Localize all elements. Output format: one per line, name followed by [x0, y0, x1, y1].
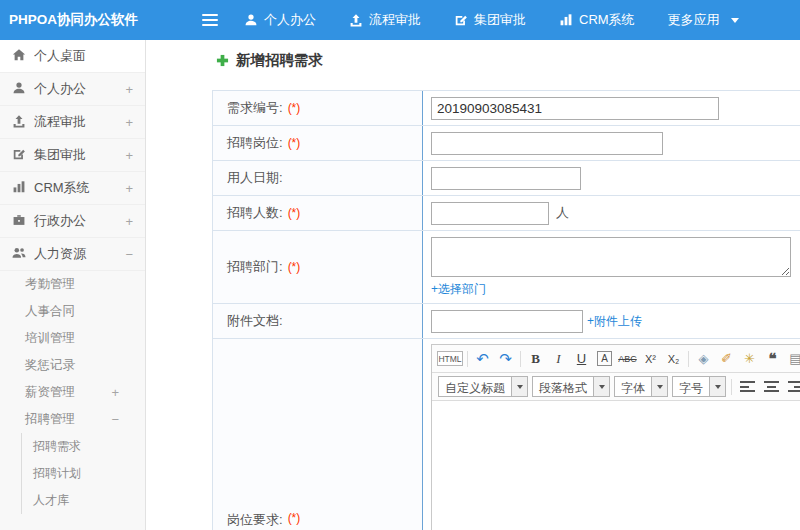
position-input[interactable]: [431, 132, 663, 155]
required-mark: (*): [288, 511, 301, 525]
field-label: 招聘岗位:: [227, 134, 283, 152]
collapse-minus-icon[interactable]: −: [125, 247, 133, 262]
form-row-date: 用人日期:: [213, 161, 800, 196]
edit-icon: [454, 13, 468, 27]
person-icon: [244, 13, 258, 27]
form-row-requirement: 岗位要求: (*) HTML ↶ ↷ B I U A ABC X² X₂: [213, 339, 800, 530]
sidebar-item-process-approval[interactable]: 流程审批 +: [0, 106, 145, 139]
editor-toolbar-row2: 自定义标题 段落格式 字体 字号: [432, 373, 800, 401]
page-title: 新增招聘需求: [216, 51, 323, 70]
count-unit-label: 人: [556, 204, 569, 222]
italic-button[interactable]: I: [548, 348, 569, 369]
req-no-input[interactable]: [431, 97, 719, 120]
sidebar-subitem-recruit-demand[interactable]: 招聘需求: [22, 433, 145, 460]
sidebar: 个人桌面 个人办公 + 流程审批 + 集团审批 + CRM系统 + 行政办公: [0, 40, 146, 530]
nav-group-approval[interactable]: 集团审批: [454, 11, 526, 29]
blockquote-icon[interactable]: ❝: [762, 348, 783, 369]
sidebar-subitem-salary[interactable]: 薪资管理 +: [0, 379, 145, 406]
collapse-minus-icon[interactable]: −: [111, 412, 119, 427]
upload-flow-icon: [12, 114, 26, 131]
department-textarea[interactable]: [431, 237, 791, 277]
subscript-button[interactable]: X₂: [663, 348, 684, 369]
date-input[interactable]: [431, 167, 581, 190]
sidebar-item-personal-desktop[interactable]: 个人桌面: [0, 40, 145, 73]
form-row-count: 招聘人数: (*) 人: [213, 196, 800, 231]
edit-icon: [12, 147, 26, 164]
sidebar-item-group-approval[interactable]: 集团审批 +: [0, 139, 145, 172]
font-name-button[interactable]: A: [594, 348, 615, 369]
top-navigation: 个人办公 流程审批 集团审批 CRM系统 更多应用: [244, 11, 739, 29]
redo-button[interactable]: ↷: [495, 348, 516, 369]
format-brush-icon[interactable]: ✐: [716, 348, 737, 369]
home-icon: [12, 48, 26, 65]
field-label: 需求编号:: [227, 99, 283, 117]
nav-personal-office[interactable]: 个人办公: [244, 11, 316, 29]
expand-plus-icon[interactable]: +: [125, 82, 133, 97]
sidebar-item-personal-office[interactable]: 个人办公 +: [0, 73, 145, 106]
nav-crm-system[interactable]: CRM系统: [559, 11, 635, 29]
align-center-icon[interactable]: [764, 381, 779, 392]
field-label: 招聘人数:: [227, 204, 283, 222]
field-label: 招聘部门:: [227, 258, 283, 276]
required-mark: (*): [288, 101, 301, 115]
editor-toolbar-row1: HTML ↶ ↷ B I U A ABC X² X₂ ◈ ✐ ✳ ❝: [432, 345, 800, 373]
upload-attachment-link[interactable]: +附件上传: [587, 313, 642, 330]
sidebar-subitem-recruit-plan[interactable]: 招聘计划: [22, 460, 145, 487]
field-label: 岗位要求:: [227, 511, 283, 529]
menu-toggle-icon[interactable]: [202, 14, 218, 26]
paste-icon[interactable]: ▤: [785, 348, 800, 369]
recruitment-submenu: 招聘需求 招聘计划 人才库: [21, 433, 145, 514]
bar-chart-icon: [559, 13, 573, 27]
sidebar-subitem-hr-contract[interactable]: 人事合同: [0, 298, 145, 325]
new-recruit-demand-form: 需求编号: (*) 招聘岗位: (*) 用人日期: 招聘人数: (*) 人: [212, 90, 800, 530]
sidebar-subitem-training[interactable]: 培训管理: [0, 325, 145, 352]
sidebar-subitem-attendance[interactable]: 考勤管理: [0, 271, 145, 298]
form-row-department: 招聘部门: (*) +选择部门: [213, 231, 800, 304]
expand-plus-icon[interactable]: +: [125, 214, 133, 229]
required-mark: (*): [288, 206, 301, 220]
paragraph-format-select[interactable]: 段落格式: [532, 376, 610, 397]
strikethrough-button[interactable]: ABC: [617, 348, 638, 369]
expand-plus-icon[interactable]: +: [125, 115, 133, 130]
sidebar-item-admin-office[interactable]: 行政办公 +: [0, 205, 145, 238]
briefcase-icon: [12, 213, 26, 230]
align-right-icon[interactable]: [788, 381, 800, 392]
custom-title-select[interactable]: 自定义标题: [438, 376, 528, 397]
count-input[interactable]: [431, 202, 549, 225]
nav-label: CRM系统: [579, 11, 635, 29]
nav-label: 流程审批: [369, 11, 421, 29]
form-row-attachment: 附件文档: +附件上传: [213, 304, 800, 339]
nav-label: 更多应用: [668, 11, 720, 29]
underline-button[interactable]: U: [571, 348, 592, 369]
attachment-input[interactable]: [431, 310, 583, 333]
expand-plus-icon[interactable]: +: [125, 181, 133, 196]
nav-label: 个人办公: [264, 11, 316, 29]
superscript-button[interactable]: X²: [640, 348, 661, 369]
bar-chart-icon: [12, 180, 26, 197]
font-family-select[interactable]: 字体: [614, 376, 668, 397]
expand-plus-icon[interactable]: +: [111, 385, 119, 400]
nav-more-apps[interactable]: 更多应用: [668, 11, 720, 29]
chevron-down-icon[interactable]: [731, 18, 739, 23]
sidebar-subitem-talent-pool[interactable]: 人才库: [22, 487, 145, 514]
bold-button[interactable]: B: [525, 348, 546, 369]
expand-plus-icon[interactable]: +: [125, 148, 133, 163]
field-label: 用人日期:: [227, 169, 283, 187]
form-row-position: 招聘岗位: (*): [213, 126, 800, 161]
person-icon: [12, 81, 26, 98]
clear-format-icon[interactable]: ✳: [739, 348, 760, 369]
select-department-link[interactable]: +选择部门: [431, 281, 486, 298]
nav-label: 集团审批: [474, 11, 526, 29]
source-code-button[interactable]: HTML: [437, 351, 463, 366]
editor-content-area[interactable]: [432, 401, 800, 530]
font-size-select[interactable]: 字号: [672, 376, 726, 397]
align-left-icon[interactable]: [740, 381, 755, 392]
undo-button[interactable]: ↶: [472, 348, 493, 369]
sidebar-item-crm[interactable]: CRM系统 +: [0, 172, 145, 205]
nav-process-approval[interactable]: 流程审批: [349, 11, 421, 29]
eraser-icon[interactable]: ◈: [693, 348, 714, 369]
sidebar-subitem-recruitment[interactable]: 招聘管理 −: [0, 406, 145, 433]
sidebar-item-human-resources[interactable]: 人力资源 −: [0, 238, 145, 271]
app-logo: PHPOA协同办公软件: [0, 11, 150, 29]
sidebar-subitem-rewards[interactable]: 奖惩记录: [0, 352, 145, 379]
